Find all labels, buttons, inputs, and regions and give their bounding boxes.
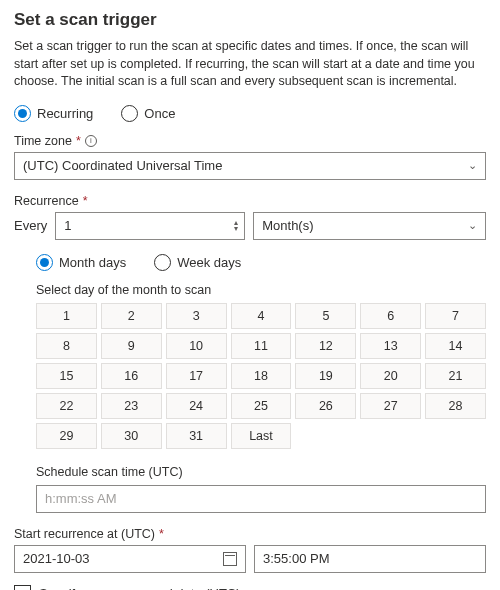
day-mode-radio-group: Month days Week days (36, 254, 486, 271)
day-cell[interactable]: 7 (425, 303, 486, 329)
chevron-down-icon: ⌄ (468, 159, 477, 172)
day-cell[interactable]: 22 (36, 393, 97, 419)
select-day-label: Select day of the month to scan (36, 283, 486, 297)
calendar-icon[interactable] (223, 552, 237, 566)
radio-dot-icon (36, 254, 53, 271)
radio-recurring[interactable]: Recurring (14, 105, 93, 122)
day-cell[interactable]: 21 (425, 363, 486, 389)
start-date-input[interactable]: 2021-10-03 (14, 545, 246, 573)
end-date-checkbox[interactable] (14, 585, 31, 591)
day-cell[interactable]: 19 (295, 363, 356, 389)
frequency-radio-group: Recurring Once (14, 105, 486, 122)
radio-week-days[interactable]: Week days (154, 254, 241, 271)
radio-once[interactable]: Once (121, 105, 175, 122)
day-cell[interactable]: 25 (231, 393, 292, 419)
day-cell[interactable]: 13 (360, 333, 421, 359)
day-cell[interactable]: 8 (36, 333, 97, 359)
day-cell[interactable]: Last (231, 423, 292, 449)
page-title: Set a scan trigger (14, 10, 486, 30)
scan-time-placeholder: h:mm:ss AM (45, 491, 117, 506)
day-cell[interactable]: 31 (166, 423, 227, 449)
day-cell[interactable]: 16 (101, 363, 162, 389)
start-time-value: 3:55:00 PM (263, 551, 330, 566)
day-cell[interactable]: 9 (101, 333, 162, 359)
day-cell[interactable]: 20 (360, 363, 421, 389)
start-time-input[interactable]: 3:55:00 PM (254, 545, 486, 573)
start-label: Start recurrence at (UTC) * (14, 527, 486, 541)
every-value-spinner[interactable]: 1 ▴▾ (55, 212, 245, 240)
day-cell[interactable]: 15 (36, 363, 97, 389)
day-of-month-grid: 1234567891011121314151617181920212223242… (36, 303, 486, 449)
day-cell[interactable]: 2 (101, 303, 162, 329)
chevron-down-icon: ⌄ (468, 219, 477, 232)
day-cell[interactable]: 28 (425, 393, 486, 419)
day-cell[interactable]: 23 (101, 393, 162, 419)
recurrence-unit-value: Month(s) (262, 218, 313, 233)
page-description: Set a scan trigger to run the scan at sp… (14, 38, 486, 91)
day-cell[interactable]: 24 (166, 393, 227, 419)
day-cell[interactable]: 26 (295, 393, 356, 419)
scan-time-input[interactable]: h:mm:ss AM (36, 485, 486, 513)
day-cell[interactable]: 17 (166, 363, 227, 389)
start-date-value: 2021-10-03 (23, 551, 90, 566)
radio-circle-icon (121, 105, 138, 122)
day-cell[interactable]: 6 (360, 303, 421, 329)
day-cell[interactable]: 5 (295, 303, 356, 329)
radio-month-days-label: Month days (59, 255, 126, 270)
timezone-select[interactable]: (UTC) Coordinated Universal Time ⌄ (14, 152, 486, 180)
day-cell[interactable]: 29 (36, 423, 97, 449)
day-cell[interactable]: 30 (101, 423, 162, 449)
day-cell[interactable]: 11 (231, 333, 292, 359)
day-cell[interactable]: 3 (166, 303, 227, 329)
end-date-label: Specify recurrence end date (UTC) (39, 586, 241, 591)
day-cell[interactable]: 18 (231, 363, 292, 389)
day-cell[interactable]: 4 (231, 303, 292, 329)
day-cell[interactable]: 10 (166, 333, 227, 359)
recurrence-label: Recurrence* (14, 194, 486, 208)
recurrence-unit-select[interactable]: Month(s) ⌄ (253, 212, 486, 240)
day-cell[interactable]: 27 (360, 393, 421, 419)
day-cell[interactable]: 1 (36, 303, 97, 329)
timezone-label: Time zone* i (14, 134, 486, 148)
scan-time-label: Schedule scan time (UTC) (36, 465, 486, 479)
spinner-arrows-icon[interactable]: ▴▾ (234, 220, 238, 232)
every-value: 1 (64, 218, 71, 233)
radio-circle-icon (154, 254, 171, 271)
every-label: Every (14, 218, 47, 233)
day-cell[interactable]: 14 (425, 333, 486, 359)
radio-once-label: Once (144, 106, 175, 121)
info-icon[interactable]: i (85, 135, 97, 147)
radio-week-days-label: Week days (177, 255, 241, 270)
radio-dot-icon (14, 105, 31, 122)
timezone-value: (UTC) Coordinated Universal Time (23, 158, 222, 173)
radio-month-days[interactable]: Month days (36, 254, 126, 271)
day-cell[interactable]: 12 (295, 333, 356, 359)
radio-recurring-label: Recurring (37, 106, 93, 121)
